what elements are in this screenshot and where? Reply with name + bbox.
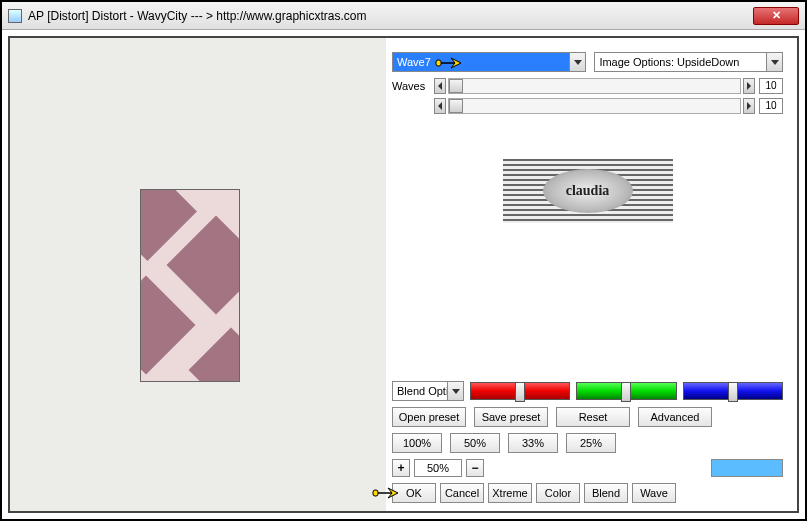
waves2-dec[interactable] [434, 98, 446, 114]
blend-mode-arrow[interactable] [447, 382, 463, 400]
preset-dropdown-value: Wave7 [397, 56, 431, 68]
waves2-slider[interactable] [448, 98, 741, 114]
titlebar[interactable]: AP [Distort] Distort - WavyCity --- > ht… [2, 2, 805, 30]
xtreme-button[interactable]: Xtreme [488, 483, 532, 503]
slider-knob[interactable] [621, 382, 631, 402]
blend-button[interactable]: Blend [584, 483, 628, 503]
preview-image [140, 189, 240, 382]
zoom-33-button[interactable]: 33% [508, 433, 558, 453]
preview-panel [10, 38, 386, 511]
red-slider[interactable] [470, 382, 570, 400]
zoom-50-button[interactable]: 50% [450, 433, 500, 453]
cancel-button[interactable]: Cancel [440, 483, 484, 503]
image-options-dropdown[interactable]: Image Options: UpsideDown [594, 52, 783, 72]
advanced-button[interactable]: Advanced [638, 407, 712, 427]
zoom-out-button[interactable]: − [466, 459, 484, 477]
close-icon: ✕ [772, 9, 781, 22]
zoom-25-button[interactable]: 25% [566, 433, 616, 453]
triangle-left-icon [438, 102, 442, 110]
waves2-value[interactable]: 10 [759, 98, 783, 114]
open-preset-button[interactable]: Open preset [392, 407, 466, 427]
client-area: Wave7 Image Options: UpsideDown Waves [2, 30, 805, 519]
watermark-logo: claudia [503, 159, 673, 223]
chevron-down-icon [574, 60, 582, 65]
green-slider[interactable] [576, 382, 676, 400]
slider-thumb[interactable] [449, 99, 463, 113]
blue-slider[interactable] [683, 382, 783, 400]
zoom-100-button[interactable]: 100% [392, 433, 442, 453]
chevron-down-icon [771, 60, 779, 65]
close-button[interactable]: ✕ [753, 7, 799, 25]
preset-dropdown[interactable]: Wave7 [392, 52, 586, 72]
app-icon [8, 9, 22, 23]
slider-knob[interactable] [728, 382, 738, 402]
waves1-slider[interactable] [448, 78, 741, 94]
waves-label: Waves [392, 80, 434, 92]
bottom-controls: Blend Opti Open preset Save preset Reset… [392, 381, 783, 503]
watermark-text: claudia [543, 169, 633, 213]
color-swatch[interactable] [711, 459, 783, 477]
waves1-dec[interactable] [434, 78, 446, 94]
svg-rect-0 [436, 60, 441, 66]
preset-dropdown-arrow[interactable] [569, 53, 585, 71]
wave-button[interactable]: Wave [632, 483, 676, 503]
waves1-inc[interactable] [743, 78, 755, 94]
slider-knob[interactable] [515, 382, 525, 402]
waves2-inc[interactable] [743, 98, 755, 114]
inner-frame: Wave7 Image Options: UpsideDown Waves [8, 36, 799, 513]
zoom-in-button[interactable]: + [392, 459, 410, 477]
plugin-window: AP [Distort] Distort - WavyCity --- > ht… [0, 0, 807, 521]
triangle-left-icon [438, 82, 442, 90]
zoom-value[interactable]: 50% [414, 459, 462, 477]
reset-button[interactable]: Reset [556, 407, 630, 427]
blend-mode-dropdown[interactable]: Blend Opti [392, 381, 464, 401]
blend-mode-value: Blend Opti [397, 385, 448, 397]
triangle-right-icon [747, 102, 751, 110]
waves1-value[interactable]: 10 [759, 78, 783, 94]
pointer-cursor-icon [435, 53, 463, 73]
ok-button[interactable]: OK [392, 483, 436, 503]
color-button[interactable]: Color [536, 483, 580, 503]
chevron-down-icon [452, 389, 460, 394]
window-title: AP [Distort] Distort - WavyCity --- > ht… [28, 9, 753, 23]
triangle-right-icon [747, 82, 751, 90]
slider-thumb[interactable] [449, 79, 463, 93]
image-options-value: Image Options: UpsideDown [599, 56, 739, 68]
controls-panel: Wave7 Image Options: UpsideDown Waves [386, 38, 797, 511]
save-preset-button[interactable]: Save preset [474, 407, 548, 427]
image-options-arrow[interactable] [766, 53, 782, 71]
